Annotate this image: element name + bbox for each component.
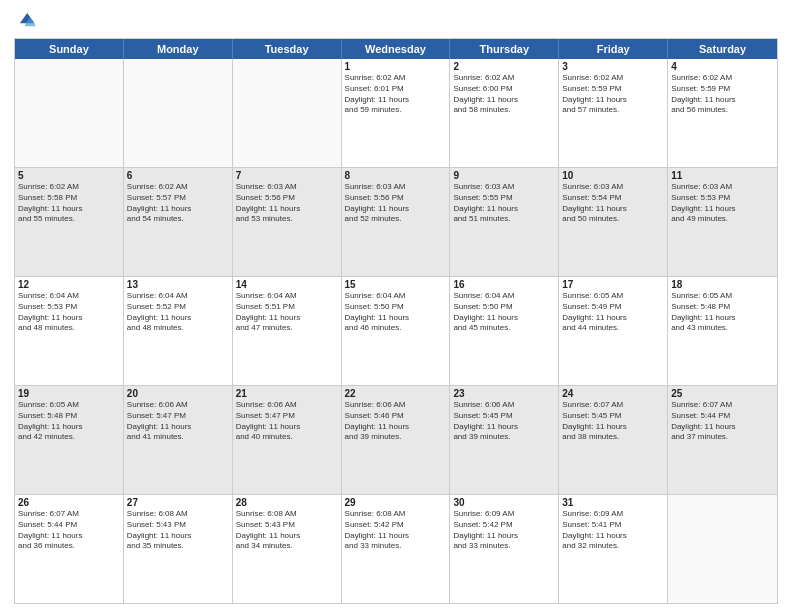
day-info: Sunrise: 6:02 AM Sunset: 5:57 PM Dayligh… [127, 182, 229, 225]
day-info: Sunrise: 6:02 AM Sunset: 5:59 PM Dayligh… [562, 73, 664, 116]
day-info: Sunrise: 6:02 AM Sunset: 5:59 PM Dayligh… [671, 73, 774, 116]
day-number: 31 [562, 497, 664, 508]
day-header-sunday: Sunday [15, 39, 124, 59]
day-number: 19 [18, 388, 120, 399]
day-number: 2 [453, 61, 555, 72]
day-cell: 1Sunrise: 6:02 AM Sunset: 6:01 PM Daylig… [342, 59, 451, 167]
day-cell: 4Sunrise: 6:02 AM Sunset: 5:59 PM Daylig… [668, 59, 777, 167]
day-info: Sunrise: 6:09 AM Sunset: 5:42 PM Dayligh… [453, 509, 555, 552]
week-row-1: 1Sunrise: 6:02 AM Sunset: 6:01 PM Daylig… [15, 59, 777, 168]
day-info: Sunrise: 6:07 AM Sunset: 5:45 PM Dayligh… [562, 400, 664, 443]
day-header-wednesday: Wednesday [342, 39, 451, 59]
week-row-4: 19Sunrise: 6:05 AM Sunset: 5:48 PM Dayli… [15, 386, 777, 495]
day-cell: 26Sunrise: 6:07 AM Sunset: 5:44 PM Dayli… [15, 495, 124, 603]
day-number: 13 [127, 279, 229, 290]
day-info: Sunrise: 6:07 AM Sunset: 5:44 PM Dayligh… [18, 509, 120, 552]
day-cell: 29Sunrise: 6:08 AM Sunset: 5:42 PM Dayli… [342, 495, 451, 603]
day-info: Sunrise: 6:07 AM Sunset: 5:44 PM Dayligh… [671, 400, 774, 443]
day-cell: 6Sunrise: 6:02 AM Sunset: 5:57 PM Daylig… [124, 168, 233, 276]
day-number: 23 [453, 388, 555, 399]
day-number: 10 [562, 170, 664, 181]
day-info: Sunrise: 6:05 AM Sunset: 5:48 PM Dayligh… [18, 400, 120, 443]
day-cell: 24Sunrise: 6:07 AM Sunset: 5:45 PM Dayli… [559, 386, 668, 494]
calendar-body: 1Sunrise: 6:02 AM Sunset: 6:01 PM Daylig… [15, 59, 777, 603]
week-row-3: 12Sunrise: 6:04 AM Sunset: 5:53 PM Dayli… [15, 277, 777, 386]
day-info: Sunrise: 6:06 AM Sunset: 5:47 PM Dayligh… [127, 400, 229, 443]
day-header-friday: Friday [559, 39, 668, 59]
day-info: Sunrise: 6:03 AM Sunset: 5:56 PM Dayligh… [345, 182, 447, 225]
day-number: 1 [345, 61, 447, 72]
day-cell: 7Sunrise: 6:03 AM Sunset: 5:56 PM Daylig… [233, 168, 342, 276]
day-cell [15, 59, 124, 167]
day-number: 17 [562, 279, 664, 290]
day-cell: 21Sunrise: 6:06 AM Sunset: 5:47 PM Dayli… [233, 386, 342, 494]
day-info: Sunrise: 6:03 AM Sunset: 5:53 PM Dayligh… [671, 182, 774, 225]
day-cell: 28Sunrise: 6:08 AM Sunset: 5:43 PM Dayli… [233, 495, 342, 603]
day-cell: 5Sunrise: 6:02 AM Sunset: 5:58 PM Daylig… [15, 168, 124, 276]
day-number: 25 [671, 388, 774, 399]
day-number: 8 [345, 170, 447, 181]
day-info: Sunrise: 6:02 AM Sunset: 5:58 PM Dayligh… [18, 182, 120, 225]
day-info: Sunrise: 6:06 AM Sunset: 5:45 PM Dayligh… [453, 400, 555, 443]
day-info: Sunrise: 6:04 AM Sunset: 5:53 PM Dayligh… [18, 291, 120, 334]
day-cell: 23Sunrise: 6:06 AM Sunset: 5:45 PM Dayli… [450, 386, 559, 494]
day-cell [124, 59, 233, 167]
day-cell: 25Sunrise: 6:07 AM Sunset: 5:44 PM Dayli… [668, 386, 777, 494]
week-row-5: 26Sunrise: 6:07 AM Sunset: 5:44 PM Dayli… [15, 495, 777, 603]
day-number: 22 [345, 388, 447, 399]
day-cell [668, 495, 777, 603]
day-cell: 8Sunrise: 6:03 AM Sunset: 5:56 PM Daylig… [342, 168, 451, 276]
logo [14, 10, 40, 32]
day-number: 30 [453, 497, 555, 508]
day-cell: 15Sunrise: 6:04 AM Sunset: 5:50 PM Dayli… [342, 277, 451, 385]
day-info: Sunrise: 6:05 AM Sunset: 5:48 PM Dayligh… [671, 291, 774, 334]
day-number: 27 [127, 497, 229, 508]
day-cell: 10Sunrise: 6:03 AM Sunset: 5:54 PM Dayli… [559, 168, 668, 276]
day-number: 11 [671, 170, 774, 181]
day-cell: 16Sunrise: 6:04 AM Sunset: 5:50 PM Dayli… [450, 277, 559, 385]
day-header-thursday: Thursday [450, 39, 559, 59]
day-info: Sunrise: 6:03 AM Sunset: 5:56 PM Dayligh… [236, 182, 338, 225]
day-number: 12 [18, 279, 120, 290]
day-number: 6 [127, 170, 229, 181]
day-number: 16 [453, 279, 555, 290]
day-cell: 30Sunrise: 6:09 AM Sunset: 5:42 PM Dayli… [450, 495, 559, 603]
calendar: SundayMondayTuesdayWednesdayThursdayFrid… [14, 38, 778, 604]
day-info: Sunrise: 6:04 AM Sunset: 5:52 PM Dayligh… [127, 291, 229, 334]
day-info: Sunrise: 6:02 AM Sunset: 6:01 PM Dayligh… [345, 73, 447, 116]
day-cell: 20Sunrise: 6:06 AM Sunset: 5:47 PM Dayli… [124, 386, 233, 494]
day-info: Sunrise: 6:04 AM Sunset: 5:50 PM Dayligh… [453, 291, 555, 334]
day-info: Sunrise: 6:06 AM Sunset: 5:46 PM Dayligh… [345, 400, 447, 443]
day-number: 18 [671, 279, 774, 290]
day-headers: SundayMondayTuesdayWednesdayThursdayFrid… [15, 39, 777, 59]
day-cell: 2Sunrise: 6:02 AM Sunset: 6:00 PM Daylig… [450, 59, 559, 167]
day-info: Sunrise: 6:03 AM Sunset: 5:54 PM Dayligh… [562, 182, 664, 225]
day-cell: 22Sunrise: 6:06 AM Sunset: 5:46 PM Dayli… [342, 386, 451, 494]
day-info: Sunrise: 6:03 AM Sunset: 5:55 PM Dayligh… [453, 182, 555, 225]
day-number: 24 [562, 388, 664, 399]
day-number: 28 [236, 497, 338, 508]
day-number: 4 [671, 61, 774, 72]
day-number: 5 [18, 170, 120, 181]
day-cell: 14Sunrise: 6:04 AM Sunset: 5:51 PM Dayli… [233, 277, 342, 385]
day-cell: 17Sunrise: 6:05 AM Sunset: 5:49 PM Dayli… [559, 277, 668, 385]
day-cell [233, 59, 342, 167]
day-cell: 9Sunrise: 6:03 AM Sunset: 5:55 PM Daylig… [450, 168, 559, 276]
day-number: 9 [453, 170, 555, 181]
day-info: Sunrise: 6:08 AM Sunset: 5:42 PM Dayligh… [345, 509, 447, 552]
day-cell: 3Sunrise: 6:02 AM Sunset: 5:59 PM Daylig… [559, 59, 668, 167]
day-cell: 19Sunrise: 6:05 AM Sunset: 5:48 PM Dayli… [15, 386, 124, 494]
day-header-tuesday: Tuesday [233, 39, 342, 59]
day-cell: 13Sunrise: 6:04 AM Sunset: 5:52 PM Dayli… [124, 277, 233, 385]
day-info: Sunrise: 6:02 AM Sunset: 6:00 PM Dayligh… [453, 73, 555, 116]
day-number: 3 [562, 61, 664, 72]
page: SundayMondayTuesdayWednesdayThursdayFrid… [0, 0, 792, 612]
week-row-2: 5Sunrise: 6:02 AM Sunset: 5:58 PM Daylig… [15, 168, 777, 277]
header [14, 10, 778, 32]
day-header-monday: Monday [124, 39, 233, 59]
day-number: 29 [345, 497, 447, 508]
day-info: Sunrise: 6:09 AM Sunset: 5:41 PM Dayligh… [562, 509, 664, 552]
day-number: 7 [236, 170, 338, 181]
day-number: 21 [236, 388, 338, 399]
day-header-saturday: Saturday [668, 39, 777, 59]
